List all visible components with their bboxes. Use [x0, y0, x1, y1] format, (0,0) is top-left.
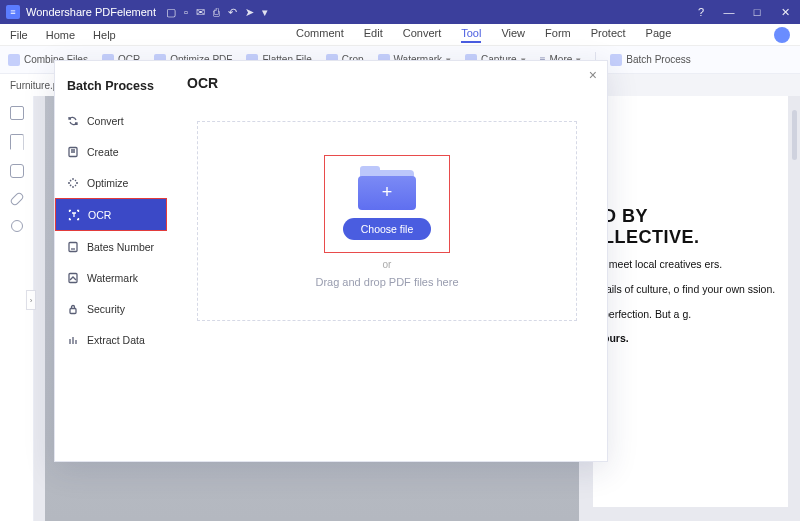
menu-file[interactable]: File — [10, 29, 28, 41]
window-controls: ? — □ ✕ — [692, 6, 794, 19]
menu-form[interactable]: Form — [545, 27, 571, 43]
doc-heading-line: D BY — [603, 206, 648, 226]
optimize-icon — [67, 177, 79, 189]
user-avatar-icon[interactable] — [774, 27, 790, 43]
menu-convert[interactable]: Convert — [403, 27, 442, 43]
document-visible-text: D BYLLECTIVE. , meet local creatives ers… — [593, 96, 788, 507]
sidebar-item-label: Convert — [87, 115, 124, 127]
toolbar-label: Batch Process — [626, 54, 690, 65]
app-title: Wondershare PDFelement — [26, 6, 156, 18]
menu-home[interactable]: Home — [46, 29, 75, 41]
sidebar-item-label: OCR — [88, 209, 111, 221]
convert-icon — [67, 115, 79, 127]
quick-access-toolbar: ▢ ▫ ✉ ⎙ ↶ ➤ ▾ — [166, 6, 268, 19]
dropzone-or-label: or — [383, 259, 392, 270]
batch-sidebar-title: Batch Process — [55, 71, 167, 105]
minimize-button[interactable]: — — [720, 6, 738, 18]
search-icon[interactable] — [11, 220, 23, 232]
batch-panel-title: OCR — [187, 75, 587, 91]
toolbar-batch-process[interactable]: Batch Process — [610, 54, 690, 66]
sidebar-item-label: Optimize — [87, 177, 128, 189]
plus-glyph: + — [382, 182, 393, 203]
vertical-scrollbar[interactable] — [792, 110, 797, 160]
expand-rail-button[interactable]: › — [26, 290, 36, 310]
redo-icon[interactable]: ➤ — [245, 6, 254, 19]
watermark-icon — [67, 272, 79, 284]
ocr-icon — [68, 209, 80, 221]
attachment-icon[interactable] — [9, 191, 25, 207]
sidebar-item-label: Watermark — [87, 272, 138, 284]
menu-tool[interactable]: Tool — [461, 27, 481, 43]
undo-icon[interactable]: ↶ — [228, 6, 237, 19]
batch-process-icon — [610, 54, 622, 66]
svg-rect-2 — [69, 273, 77, 282]
sidebar-item-label: Create — [87, 146, 119, 158]
lock-icon — [67, 303, 79, 315]
batch-main-panel: × OCR + Choose file or Drag and drop PDF… — [167, 61, 607, 461]
sidebar-item-security[interactable]: Security — [55, 293, 167, 324]
menu-bar: File Home Help Comment Edit Convert Tool… — [0, 24, 800, 46]
batch-sidebar: Batch Process Convert Create Optimize OC… — [55, 61, 167, 461]
print-icon[interactable]: ⎙ — [213, 6, 220, 18]
close-window-button[interactable]: ✕ — [776, 6, 794, 19]
new-file-icon[interactable]: ▫ — [184, 6, 188, 18]
combine-files-icon — [8, 54, 20, 66]
sidebar-item-label: Bates Number — [87, 241, 154, 253]
bookmark-icon[interactable] — [10, 134, 24, 150]
app-logo-icon: ≡ — [6, 5, 20, 19]
sidebar-item-ocr[interactable]: OCR — [55, 198, 167, 231]
sidebar-item-bates-number[interactable]: Bates Number — [55, 231, 167, 262]
extract-data-icon — [67, 334, 79, 346]
doc-paragraph: , meet local creatives ers. — [603, 257, 778, 272]
create-icon — [67, 146, 79, 158]
doc-paragraph: ours. — [603, 331, 778, 346]
doc-paragraph: tails of culture, o find your own ssion. — [603, 282, 778, 297]
dropzone-hint: Drag and drop PDF files here — [315, 276, 458, 288]
menu-view[interactable]: View — [501, 27, 525, 43]
menu-protect[interactable]: Protect — [591, 27, 626, 43]
doc-paragraph: perfection. But a g. — [603, 307, 778, 322]
dropzone-highlight-frame: + Choose file — [324, 155, 451, 253]
bates-icon — [67, 241, 79, 253]
svg-rect-1 — [69, 242, 77, 251]
thumbnails-icon[interactable] — [10, 106, 24, 120]
svg-rect-3 — [70, 308, 76, 313]
doc-heading-line: LLECTIVE. — [603, 227, 700, 247]
dialog-close-button[interactable]: × — [589, 67, 597, 83]
menu-comment[interactable]: Comment — [296, 27, 344, 43]
menu-help[interactable]: Help — [93, 29, 116, 41]
title-bar: ≡ Wondershare PDFelement ▢ ▫ ✉ ⎙ ↶ ➤ ▾ ?… — [0, 0, 800, 24]
qa-dropdown-icon[interactable]: ▾ — [262, 6, 268, 19]
maximize-button[interactable]: □ — [748, 6, 766, 18]
sidebar-item-extract-data[interactable]: Extract Data — [55, 324, 167, 355]
comments-panel-icon[interactable] — [10, 164, 24, 178]
choose-file-button[interactable]: Choose file — [343, 218, 432, 240]
file-drop-zone[interactable]: + Choose file or Drag and drop PDF files… — [197, 121, 577, 321]
sidebar-item-watermark[interactable]: Watermark — [55, 262, 167, 293]
sidebar-item-create[interactable]: Create — [55, 136, 167, 167]
open-icon[interactable]: ▢ — [166, 6, 176, 19]
menu-edit[interactable]: Edit — [364, 27, 383, 43]
batch-process-dialog: Batch Process Convert Create Optimize OC… — [54, 60, 608, 462]
sidebar-item-convert[interactable]: Convert — [55, 105, 167, 136]
menu-page[interactable]: Page — [646, 27, 672, 43]
sidebar-item-label: Extract Data — [87, 334, 145, 346]
sidebar-item-label: Security — [87, 303, 125, 315]
sidebar-item-optimize[interactable]: Optimize — [55, 167, 167, 198]
folder-plus-icon: + — [358, 166, 416, 210]
help-button[interactable]: ? — [692, 6, 710, 18]
mail-icon[interactable]: ✉ — [196, 6, 205, 19]
